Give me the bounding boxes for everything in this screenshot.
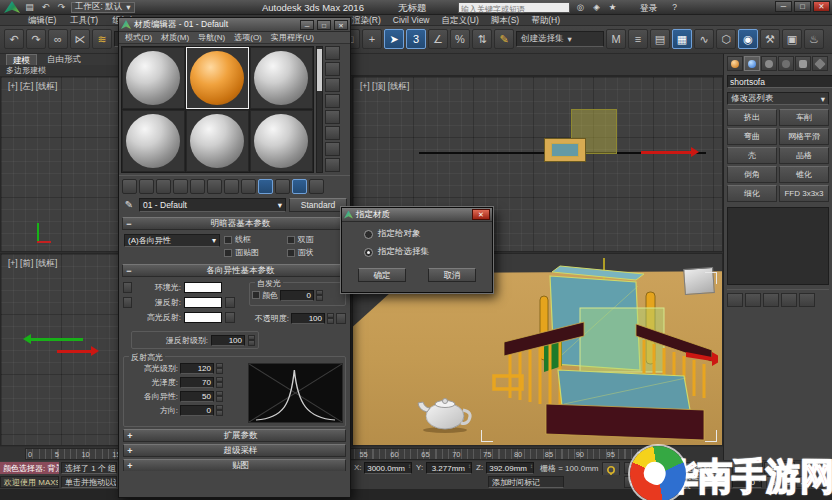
sofa-chair-object[interactable] — [488, 258, 718, 444]
options-icon[interactable] — [325, 142, 340, 156]
spinner-arrows[interactable] — [216, 363, 223, 374]
material-name-dropdown[interactable]: 01 - Default ▾ — [139, 198, 286, 212]
render-setup-icon[interactable]: ⚒ — [760, 29, 780, 49]
tab-display-icon[interactable] — [795, 56, 811, 71]
sample-slot[interactable] — [122, 110, 185, 172]
pin-stack-icon[interactable] — [727, 293, 743, 307]
spinner-field[interactable]: 120 — [180, 363, 214, 374]
ambient-color-swatch[interactable] — [184, 282, 222, 293]
maxscript-listener-line[interactable]: 欢迎使用 MAXScript — [0, 476, 59, 488]
rollout-header[interactable]: + 贴图 — [123, 459, 346, 471]
chair-top-view[interactable] — [544, 138, 586, 162]
menu-item[interactable]: 渲染(R) — [352, 15, 381, 26]
video-color-check-icon[interactable] — [325, 110, 340, 124]
spinner-arrows[interactable] — [316, 290, 323, 301]
make-unique-icon[interactable] — [763, 293, 779, 307]
show-map-in-viewport-icon[interactable] — [258, 179, 273, 194]
menu-item[interactable]: 工具(T) — [70, 15, 98, 26]
layer-manager-icon[interactable]: ▤ — [650, 29, 670, 49]
menu-item[interactable]: 模式(D) — [125, 32, 152, 43]
remove-modifier-icon[interactable] — [781, 293, 797, 307]
bind-to-spacewarp-icon[interactable]: ≋ — [92, 29, 112, 49]
comm-center-icon[interactable]: ◈ — [590, 2, 603, 13]
tab-motion-icon[interactable] — [778, 56, 794, 71]
save-icon[interactable]: ▤ — [23, 1, 36, 13]
menu-item[interactable]: 编辑(E) — [28, 15, 56, 26]
spinner-field[interactable]: 50 — [180, 391, 214, 402]
rollout-header-params[interactable]: − 各向异性基本参数 — [122, 264, 347, 277]
rollout-header[interactable]: + 超级采样 — [123, 444, 346, 457]
spinner-arrows[interactable] — [216, 377, 223, 388]
spinner-arrows[interactable] — [216, 405, 223, 416]
modifier-button[interactable]: 锥化 — [779, 166, 829, 183]
material-editor-icon[interactable]: ◉ — [738, 29, 758, 49]
menu-item[interactable]: 实用程序(U) — [271, 32, 314, 43]
selfillum-value-field[interactable]: 0 — [280, 290, 314, 301]
teapot-object[interactable] — [415, 390, 477, 434]
render-production-icon[interactable]: ♨ — [804, 29, 824, 49]
tab-create-icon[interactable] — [727, 56, 743, 71]
spinner-field[interactable]: 0 — [180, 405, 214, 416]
slot-scrollbar[interactable] — [316, 46, 323, 173]
add-time-tag[interactable]: 添加时间标记 — [488, 476, 564, 488]
rollout-header[interactable]: + 扩展参数 — [123, 429, 346, 442]
make-copy-icon[interactable] — [190, 179, 205, 194]
spinner-arrows[interactable] — [248, 335, 255, 346]
viewport-label[interactable]: [+] [左] [线框] — [8, 81, 57, 93]
search-icon[interactable]: ◎ — [574, 2, 587, 13]
angle-snap-icon[interactable]: ∠ — [428, 29, 448, 49]
select-by-material-icon[interactable] — [325, 158, 340, 172]
go-to-parent-icon[interactable] — [292, 179, 307, 194]
opacity-map-button[interactable] — [336, 313, 346, 324]
modifier-button[interactable]: FFD 3x3x3 — [779, 185, 829, 202]
modifier-button[interactable]: 弯曲 — [727, 128, 777, 145]
sample-slot-active[interactable] — [186, 47, 249, 109]
unlink-selection-icon[interactable]: ⋉ — [70, 29, 90, 49]
background-icon[interactable] — [325, 78, 340, 92]
move-gizmo-green-arrow[interactable] — [31, 338, 83, 341]
menu-item[interactable]: Civil View — [393, 15, 430, 26]
undo-icon[interactable]: ↶ — [39, 1, 52, 13]
generate-preview-icon[interactable] — [325, 126, 340, 140]
minimize-button[interactable]: ─ — [775, 1, 792, 12]
reset-map-icon[interactable] — [173, 179, 188, 194]
close-button[interactable]: ✕ — [813, 1, 830, 12]
ribbon-panel-polygon-modeling[interactable]: 多边形建模 — [0, 65, 122, 76]
minimize-button[interactable]: ─ — [300, 20, 314, 30]
named-selection-sets-dropdown[interactable]: 创建选择集 ▾ — [516, 31, 604, 47]
assign-to-selection-option[interactable]: 指定给选择集 — [364, 246, 492, 258]
infocenter-search[interactable] — [458, 2, 570, 13]
sample-slot[interactable] — [250, 47, 313, 109]
shader-checkbox[interactable]: 线框 — [224, 234, 283, 245]
sample-slot[interactable] — [122, 47, 185, 109]
diffuse-color-swatch[interactable] — [184, 297, 222, 308]
menu-item[interactable]: 脚本(S) — [491, 15, 519, 26]
specular-map-button[interactable] — [225, 312, 235, 323]
modifier-button[interactable]: 晶格 — [779, 147, 829, 164]
shader-type-dropdown[interactable]: (A)各向异性 ▾ — [124, 234, 220, 247]
diffuse-map-button[interactable] — [225, 297, 235, 308]
select-object-icon[interactable]: ➤ — [384, 29, 404, 49]
shader-checkbox[interactable]: 面状 — [287, 247, 346, 258]
lock-ambient-diffuse-icon[interactable] — [123, 282, 132, 293]
specular-color-swatch[interactable] — [184, 312, 222, 323]
sample-uv-tiling-icon[interactable] — [325, 94, 340, 108]
object-name-field[interactable] — [727, 75, 832, 88]
diffuse-level-field[interactable]: 100 — [211, 335, 245, 346]
menu-item[interactable]: 自定义(U) — [442, 15, 479, 26]
menu-item[interactable]: 导航(N) — [198, 32, 225, 43]
assign-to-object-option[interactable]: 指定给对象 — [364, 228, 492, 240]
menu-item[interactable]: 帮助(H) — [531, 15, 560, 26]
close-icon[interactable]: ✕ — [472, 209, 490, 220]
shader-checkbox[interactable]: 面贴图 — [224, 247, 283, 258]
lock-diffuse-specular-icon[interactable] — [123, 297, 132, 308]
spinner-snap-icon[interactable]: ⇅ — [472, 29, 492, 49]
viewport-left[interactable]: [+] [左] [线框] — [0, 76, 120, 252]
redo-icon[interactable]: ↷ — [55, 1, 68, 13]
rendered-frame-window-icon[interactable]: ▣ — [782, 29, 802, 49]
curve-editor-icon[interactable]: ∿ — [694, 29, 714, 49]
sign-in-button[interactable]: 登录 — [640, 3, 657, 15]
percent-snap-icon[interactable]: % — [450, 29, 470, 49]
sample-slot[interactable] — [186, 110, 249, 172]
keyboard-override-icon[interactable]: ✎ — [494, 29, 514, 49]
